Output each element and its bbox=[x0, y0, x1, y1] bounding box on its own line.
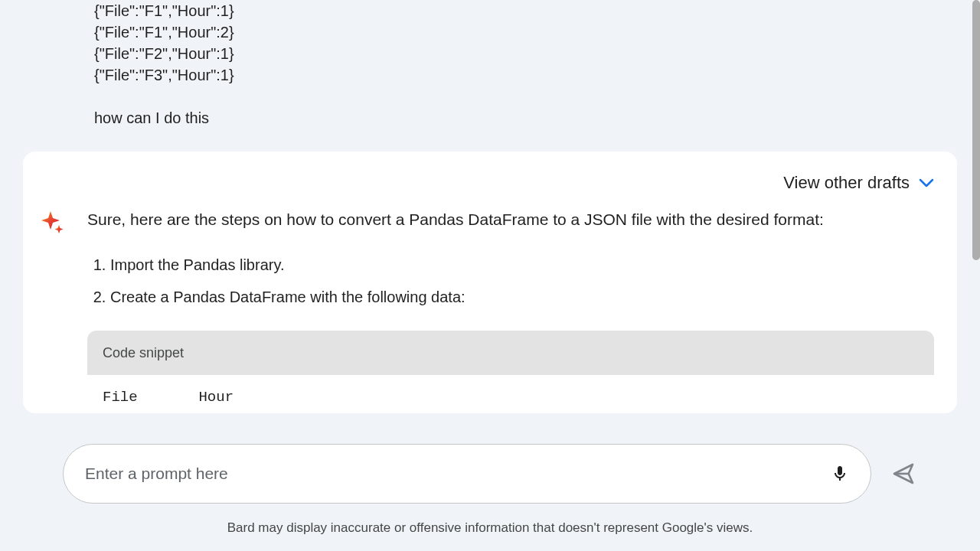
code-snippet: Code snippet File Hour bbox=[87, 331, 934, 413]
microphone-icon[interactable] bbox=[831, 465, 849, 483]
prompt-container[interactable] bbox=[63, 444, 871, 504]
disclaimer-text: Bard may display inaccurate or offensive… bbox=[0, 520, 980, 543]
user-message: {"File":"F1","Hour":1} {"File":"F1","Hou… bbox=[0, 0, 980, 152]
drafts-label: View other drafts bbox=[783, 173, 910, 193]
sparkle-icon bbox=[40, 210, 64, 234]
user-question: how can I do this bbox=[94, 107, 980, 129]
send-button[interactable] bbox=[890, 460, 917, 487]
scrollbar[interactable] bbox=[972, 0, 980, 260]
user-code-line: {"File":"F2","Hour":1} bbox=[94, 43, 980, 64]
input-row bbox=[0, 444, 980, 504]
response-body: Sure, here are the steps on how to conve… bbox=[23, 208, 957, 413]
conversation-scroll[interactable]: {"File":"F1","Hour":1} {"File":"F1","Hou… bbox=[0, 0, 980, 413]
input-section: Bard may display inaccurate or offensive… bbox=[0, 421, 980, 551]
response-text: Sure, here are the steps on how to conve… bbox=[87, 208, 934, 413]
snippet-header: Code snippet bbox=[87, 331, 934, 375]
view-drafts-button[interactable]: View other drafts bbox=[23, 173, 957, 208]
user-code-line: {"File":"F1","Hour":2} bbox=[94, 21, 980, 43]
prompt-input[interactable] bbox=[85, 465, 831, 483]
response-card: View other drafts Sure, here are the st bbox=[23, 152, 957, 413]
step-item: Create a Pandas DataFrame with the follo… bbox=[110, 282, 934, 312]
response-intro: Sure, here are the steps on how to conve… bbox=[87, 208, 934, 231]
chevron-down-icon bbox=[919, 178, 934, 187]
snippet-body: File Hour bbox=[87, 375, 934, 413]
steps-list: Import the Pandas library. Create a Pand… bbox=[87, 249, 934, 312]
user-code-line: {"File":"F3","Hour":1} bbox=[94, 64, 980, 86]
user-code-line: {"File":"F1","Hour":1} bbox=[94, 0, 980, 21]
step-item: Import the Pandas library. bbox=[110, 249, 934, 280]
